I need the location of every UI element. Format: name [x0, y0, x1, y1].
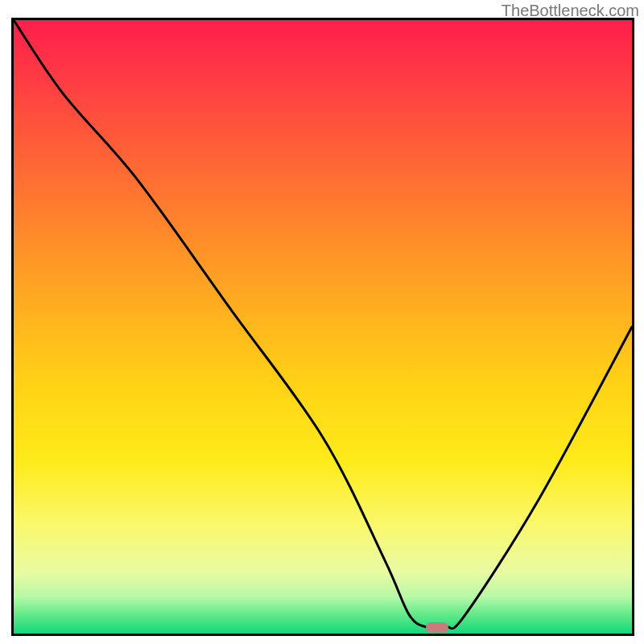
bottleneck-curve [14, 20, 632, 634]
chart-plot-area [11, 18, 634, 636]
watermark-text: TheBottleneck.com [502, 2, 639, 20]
optimal-point-marker [426, 622, 448, 633]
